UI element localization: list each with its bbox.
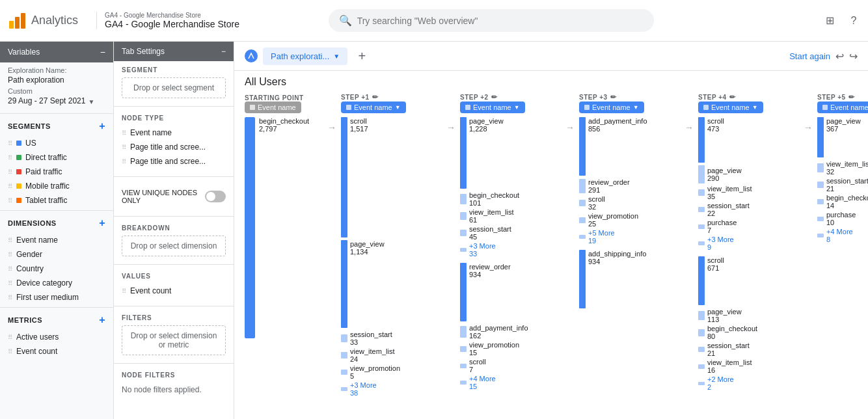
dimension-first-user-medium[interactable]: ⠿ First user medium xyxy=(0,290,113,304)
node-item[interactable]: purchase 7 xyxy=(698,219,799,234)
node-item[interactable]: add_payment_info 162 xyxy=(460,324,561,340)
drag-handle-icon: ⠿ xyxy=(8,348,12,355)
node-item[interactable]: page_view 290 xyxy=(698,165,799,183)
node-item[interactable]: view_promotion 5 xyxy=(341,364,442,380)
node-item[interactable]: session_start 22 xyxy=(698,202,799,217)
event-icon xyxy=(346,105,351,110)
node-item[interactable]: view_item_list 35 xyxy=(698,185,799,200)
segment-item-direct[interactable]: ⠿ Direct traffic xyxy=(0,150,113,165)
starting-node-name: begin_checkout xyxy=(259,117,323,125)
node-type-event-name[interactable]: ⠿ Event name xyxy=(122,126,226,140)
segment-item-mobile[interactable]: ⠿ Mobile traffic xyxy=(0,179,113,193)
edit-step-4-icon[interactable]: ✏ xyxy=(729,93,736,101)
segment-item-tablet[interactable]: ⠿ Tablet traffic xyxy=(0,193,113,208)
node-item[interactable]: purchase 10 xyxy=(817,211,868,226)
edit-step-1-icon[interactable]: ✏ xyxy=(372,93,379,101)
node-item[interactable]: page_view 367 xyxy=(817,117,868,157)
add-metric-btn[interactable]: + xyxy=(99,314,105,326)
node-item[interactable]: scroll 473 xyxy=(698,117,799,163)
metric-active-users[interactable]: ⠿ Active users xyxy=(0,330,113,344)
more-link-item[interactable]: +3 More 38 xyxy=(341,381,442,397)
undo-icon[interactable]: ↩ xyxy=(835,50,844,62)
node-item[interactable]: view_item_list 24 xyxy=(341,347,442,363)
step3-dropdown[interactable]: Event name ▼ xyxy=(579,101,644,113)
add-dimension-btn[interactable]: + xyxy=(99,217,105,229)
metric-event-count[interactable]: ⠿ Event count xyxy=(0,344,113,358)
path-exploration-btn[interactable]: Path explorati... ▼ xyxy=(263,47,347,65)
divider-view-unique xyxy=(114,176,234,177)
help-icon[interactable]: ? xyxy=(847,14,860,27)
node-item[interactable]: begin_checkout 101 xyxy=(460,191,561,207)
node-item[interactable]: review_order 934 xyxy=(460,263,561,321)
more-link-item[interactable]: +2 More 2 xyxy=(698,375,799,391)
grid-icon[interactable]: ⊞ xyxy=(824,14,837,27)
add-segment-btn[interactable]: + xyxy=(99,120,105,132)
node-type-page-title-2[interactable]: ⠿ Page title and scree... xyxy=(122,154,226,169)
segment-drop-zone[interactable]: Drop or select segment xyxy=(122,77,226,98)
node-item[interactable]: page_view 1,134 xyxy=(341,240,442,328)
more-link-item[interactable]: +3 More 33 xyxy=(460,242,561,258)
view-unique-toggle[interactable] xyxy=(205,191,226,202)
date-chevron-icon[interactable]: ▼ xyxy=(88,98,94,105)
step4-dropdown[interactable]: Event name ▼ xyxy=(698,101,763,113)
node-item[interactable]: session_start 33 xyxy=(341,331,442,346)
dimension-gender[interactable]: ⠿ Gender xyxy=(0,247,113,262)
search-bar[interactable]: 🔍 xyxy=(329,9,654,32)
node-item[interactable]: view_promotion 15 xyxy=(460,341,561,357)
variables-minimize-btn[interactable]: − xyxy=(100,47,105,57)
more-link-item[interactable]: +4 More 15 xyxy=(460,375,561,390)
values-event-count[interactable]: ⠿ Event count xyxy=(122,284,226,298)
node-bar xyxy=(341,370,347,375)
node-text: +2 More 2 xyxy=(707,375,734,391)
filters-drop-zone[interactable]: Drop or select dimension or metric xyxy=(122,325,226,355)
node-item[interactable]: session_start 21 xyxy=(817,177,868,193)
add-tab-btn[interactable]: + xyxy=(353,47,371,65)
node-item[interactable]: view_promotion 25 xyxy=(579,212,680,228)
node-item[interactable]: view_item_list 32 xyxy=(817,160,868,176)
starting-point-dropdown[interactable]: Event name xyxy=(245,101,301,113)
breakdown-drop-zone[interactable]: Drop or select dimension xyxy=(122,236,226,256)
redo-icon[interactable]: ↪ xyxy=(849,50,858,62)
node-item[interactable]: review_order 291 xyxy=(579,178,680,194)
node-item[interactable]: scroll 32 xyxy=(579,195,680,211)
dimension-event-name[interactable]: ⠿ Event name xyxy=(0,233,113,247)
dimension-device-category[interactable]: ⠿ Device category xyxy=(0,276,113,290)
edit-step-3-icon[interactable]: ✏ xyxy=(610,93,617,101)
dimension-country[interactable]: ⠿ Country xyxy=(0,262,113,276)
edit-step-2-icon[interactable]: ✏ xyxy=(491,93,498,101)
start-again-btn[interactable]: Start again xyxy=(789,51,830,61)
step1-dropdown[interactable]: Event name ▼ xyxy=(341,101,406,113)
chart-scroll[interactable]: STARTING POINT Event name STEP +1 xyxy=(234,93,868,419)
node-item[interactable]: scroll 671 xyxy=(698,256,799,305)
step1-nodes: scroll 1,517 page_view 1,134 xyxy=(341,117,442,398)
tab-settings-minimize-btn[interactable]: − xyxy=(221,47,226,56)
view-unique-section: VIEW UNIQUE NODESONLY xyxy=(114,180,234,213)
starting-node[interactable]: begin_checkout 2,797 xyxy=(245,117,323,340)
edit-step-5-icon[interactable]: ✏ xyxy=(848,93,855,101)
node-item[interactable]: view_item_list 61 xyxy=(460,208,561,224)
node-item[interactable]: session_start 45 xyxy=(460,225,561,241)
node-item[interactable]: add_payment_info 856 xyxy=(579,117,680,176)
step5-dropdown[interactable]: Event name ▼ xyxy=(817,101,868,113)
node-item[interactable]: scroll 7 xyxy=(460,358,561,373)
more-link-item[interactable]: +4 More 8 xyxy=(817,228,868,243)
node-bar xyxy=(698,117,705,163)
node-text: page_view 1,134 xyxy=(350,240,385,328)
node-item[interactable]: session_start 21 xyxy=(698,342,799,357)
search-input[interactable] xyxy=(357,16,644,26)
node-type-page-title-1[interactable]: ⠿ Page title and scree... xyxy=(122,140,226,154)
node-item[interactable]: add_shipping_info 934 xyxy=(579,250,680,308)
node-item[interactable]: begin_checkout 14 xyxy=(817,194,868,210)
path-exploration-icon xyxy=(247,52,255,60)
node-item[interactable]: scroll 1,517 xyxy=(341,117,442,237)
step2-dropdown[interactable]: Event name ▼ xyxy=(460,101,525,113)
drag-handle-icon: ⠿ xyxy=(8,294,12,301)
node-item[interactable]: page_view 113 xyxy=(698,308,799,323)
more-link-item[interactable]: +3 More 9 xyxy=(698,236,799,251)
segment-item-paid[interactable]: ⠿ Paid traffic xyxy=(0,165,113,179)
node-item[interactable]: begin_checkout 80 xyxy=(698,325,799,340)
segment-item-us[interactable]: ⠿ US xyxy=(0,136,113,150)
node-item[interactable]: page_view 1,228 xyxy=(460,117,561,189)
more-link-item[interactable]: +5 More 19 xyxy=(579,229,680,245)
node-item[interactable]: view_item_list 16 xyxy=(698,358,799,374)
